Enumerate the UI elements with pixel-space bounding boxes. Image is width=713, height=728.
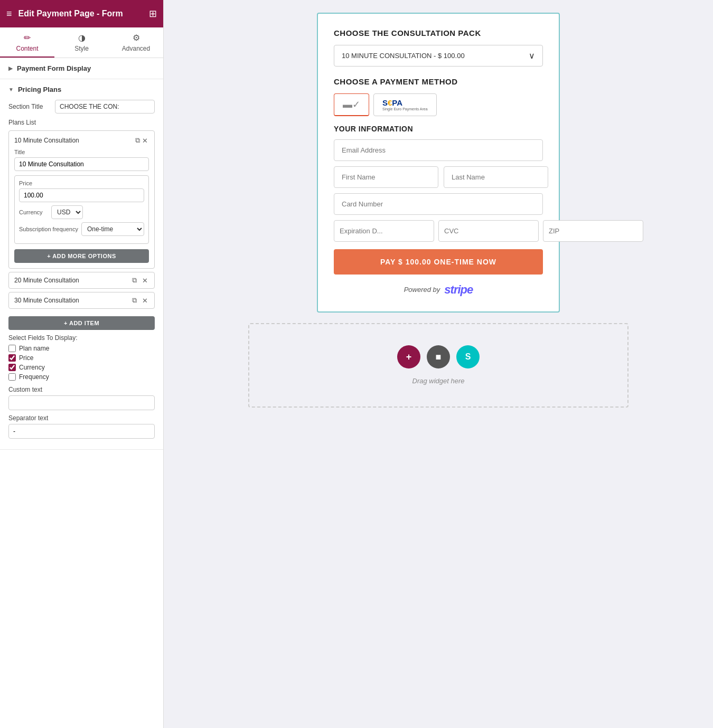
- widget-icons-row: + ■ S: [397, 345, 480, 368]
- card-method-btn[interactable]: ▬✓: [334, 93, 369, 116]
- payment-form-card: CHOOSE THE CONSULTATION PACK 10 MINUTE C…: [317, 13, 560, 313]
- plan-3-label: 30 Minute Consultation: [14, 297, 131, 304]
- custom-text-input[interactable]: [8, 395, 155, 410]
- plan-1-delete-btn[interactable]: ✕: [141, 137, 149, 145]
- plan-2-label: 20 Minute Consultation: [14, 277, 131, 284]
- style-tab-label: Style: [74, 45, 89, 52]
- tab-advanced[interactable]: ⚙ Advanced: [109, 27, 163, 58]
- plan-dropdown[interactable]: 10 MINUTE CONSULTATION - $ 100.00 ∨: [334, 45, 543, 67]
- square-widget-btn[interactable]: ■: [427, 345, 450, 368]
- plan-1-header: 10 Minute Consultation ⧉ ✕: [14, 136, 149, 145]
- payment-methods-row: ▬✓ S € PA Single Euro Payments Area: [334, 93, 543, 116]
- sepa-logo: S € PA Single Euro Payments Area: [382, 98, 428, 111]
- plan-1-price-box: Price Currency USD EUR GBP Subscription: [14, 175, 149, 244]
- grid-icon[interactable]: ⊞: [149, 8, 157, 20]
- plan-1-title-label: Title: [14, 149, 149, 155]
- payment-form-display-header[interactable]: ▶ Payment Form Display: [0, 58, 163, 79]
- plan-2-item[interactable]: 20 Minute Consultation ⧉ ✕: [8, 272, 155, 289]
- field-plan-name-checkbox[interactable]: [8, 345, 16, 352]
- first-name-field[interactable]: [334, 166, 438, 188]
- payment-form-display-section: ▶ Payment Form Display: [0, 58, 163, 79]
- powered-by-text: Powered by: [404, 286, 440, 294]
- plan-1-price-label: Price: [19, 180, 144, 186]
- pricing-plans-section: ▼ Pricing Plans Section Title Plans List…: [0, 79, 163, 450]
- plan-1-price-input[interactable]: [19, 188, 144, 202]
- field-price-label: Price: [19, 354, 33, 362]
- choose-pack-title: CHOOSE THE CONSULTATION PACK: [334, 29, 543, 37]
- plans-list-label: Plans List: [8, 119, 155, 126]
- advanced-tab-label: Advanced: [122, 45, 150, 52]
- plan-3-copy-btn[interactable]: ⧉: [131, 296, 138, 305]
- custom-text-label: Custom text: [8, 386, 155, 393]
- plan-3-item[interactable]: 30 Minute Consultation ⧉ ✕: [8, 292, 155, 309]
- plan-1-freq-label: Subscription frequency: [19, 226, 78, 232]
- field-currency-row: Currency: [8, 364, 155, 371]
- name-row: [334, 166, 543, 188]
- payment-form-display-arrow: ▶: [8, 65, 13, 71]
- field-frequency-checkbox[interactable]: [8, 373, 16, 381]
- expiry-field[interactable]: [334, 220, 434, 242]
- pay-button[interactable]: PAY $ 100.00 ONE-TIME NOW: [334, 249, 543, 275]
- selected-plan-text: 10 MINUTE CONSULTATION - $ 100.00: [342, 52, 465, 60]
- plan-2-copy-btn[interactable]: ⧉: [131, 276, 138, 285]
- payment-method-title: CHOOSE A PAYMENT METHOD: [334, 77, 543, 86]
- email-field[interactable]: [334, 139, 543, 161]
- field-currency-checkbox[interactable]: [8, 364, 16, 371]
- add-options-button[interactable]: + ADD MORE OPTIONS: [14, 249, 149, 263]
- plan-1-expanded: 10 Minute Consultation ⧉ ✕ Title Price C…: [8, 130, 155, 269]
- card-number-field[interactable]: [334, 193, 543, 215]
- card-icon: ▬✓: [343, 99, 360, 110]
- sepa-method-btn[interactable]: S € PA Single Euro Payments Area: [373, 93, 437, 116]
- section-title-label: Section Title: [8, 103, 51, 110]
- s-widget-btn[interactable]: S: [456, 345, 480, 368]
- plan-1-copy-btn[interactable]: ⧉: [134, 136, 141, 145]
- field-frequency-label: Frequency: [19, 373, 49, 381]
- separator-text-input[interactable]: [8, 424, 155, 439]
- pricing-plans-body: Section Title Plans List 10 Minute Consu…: [0, 100, 163, 449]
- hamburger-icon[interactable]: ≡: [6, 8, 12, 20]
- section-title-row: Section Title: [8, 100, 155, 114]
- plan-1-freq-select[interactable]: One-time Monthly Yearly: [81, 222, 144, 236]
- stripe-logo: stripe: [444, 283, 473, 297]
- plan-2-delete-btn[interactable]: ✕: [141, 276, 149, 285]
- field-plan-name-label: Plan name: [19, 345, 49, 352]
- tab-style[interactable]: ◑ Style: [54, 27, 109, 58]
- plan-1-currency-row: Currency USD EUR GBP: [19, 205, 144, 219]
- plan-1-title-input[interactable]: [14, 157, 149, 171]
- field-price-row: Price: [8, 354, 155, 362]
- plan-1-currency-label: Currency: [19, 209, 48, 215]
- plan-1-currency-select[interactable]: USD EUR GBP: [51, 205, 83, 219]
- right-area: CHOOSE THE CONSULTATION PACK 10 MINUTE C…: [164, 0, 713, 728]
- separator-text-label: Separator text: [8, 414, 155, 422]
- zip-field[interactable]: [543, 220, 643, 242]
- add-widget-btn[interactable]: +: [397, 345, 420, 368]
- plan-1-title-text: 10 Minute Consultation: [14, 137, 134, 144]
- tabs-bar: ✏ Content ◑ Style ⚙ Advanced: [0, 27, 163, 58]
- add-item-button[interactable]: + ADD ITEM: [8, 316, 155, 330]
- field-frequency-row: Frequency: [8, 373, 155, 381]
- content-tab-icon: ✏: [24, 33, 31, 43]
- field-price-checkbox[interactable]: [8, 354, 16, 362]
- payment-form-display-label: Payment Form Display: [17, 64, 91, 72]
- pricing-plans-header[interactable]: ▼ Pricing Plans: [0, 79, 163, 100]
- plan-1-freq-row: Subscription frequency One-time Monthly …: [19, 222, 144, 236]
- field-plan-name-row: Plan name: [8, 345, 155, 352]
- page-title: Edit Payment Page - Form: [18, 9, 143, 18]
- tab-content[interactable]: ✏ Content: [0, 27, 54, 58]
- dropdown-chevron-icon: ∨: [529, 51, 535, 61]
- last-name-field[interactable]: [444, 166, 548, 188]
- drag-text: Drag widget here: [412, 377, 465, 385]
- powered-by: Powered by stripe: [334, 283, 543, 297]
- section-title-input[interactable]: [55, 100, 155, 114]
- advanced-tab-icon: ⚙: [133, 33, 140, 43]
- content-tab-label: Content: [16, 45, 38, 52]
- pricing-plans-arrow: ▼: [8, 87, 14, 92]
- card-details-row: [334, 220, 543, 242]
- pricing-plans-label: Pricing Plans: [18, 86, 61, 93]
- plan-2-actions: ⧉ ✕: [131, 276, 149, 285]
- plan-3-delete-btn[interactable]: ✕: [141, 296, 149, 305]
- plan-3-actions: ⧉ ✕: [131, 296, 149, 305]
- top-bar: ≡ Edit Payment Page - Form ⊞: [0, 0, 163, 27]
- cvc-field[interactable]: [438, 220, 539, 242]
- your-info-title: YOUR INFORMATION: [334, 125, 543, 133]
